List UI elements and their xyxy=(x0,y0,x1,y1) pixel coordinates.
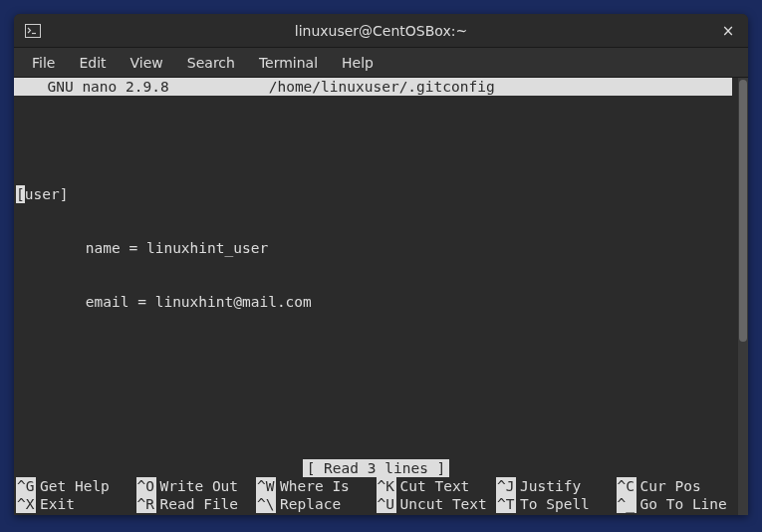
menu-view[interactable]: View xyxy=(121,51,173,75)
shortcut-exit: ^XExit xyxy=(16,495,136,513)
nano-status: [ Read 3 lines ] xyxy=(14,459,738,477)
nano-version: GNU nano 2.9.8 xyxy=(20,78,169,96)
svg-rect-0 xyxy=(26,24,41,37)
shortcut-cut-text: ^KCut Text xyxy=(377,477,497,495)
editor-blank-line xyxy=(16,132,736,149)
shortcut-replace: ^\Replace xyxy=(256,495,377,513)
nano-shortcuts: ^GGet Help ^OWrite Out ^WWhere Is ^KCut … xyxy=(14,477,738,515)
close-icon[interactable]: × xyxy=(718,21,738,41)
terminal-area[interactable]: GNU nano 2.9.8 /home/linuxuser/.gitconfi… xyxy=(14,78,748,515)
nano-header: GNU nano 2.9.8 /home/linuxuser/.gitconfi… xyxy=(14,78,732,96)
shortcut-cur-pos: ^CCur Pos xyxy=(617,477,737,495)
menu-edit[interactable]: Edit xyxy=(69,51,116,75)
shortcut-go-to-line: ^_Go To Line xyxy=(617,495,737,513)
menu-search[interactable]: Search xyxy=(177,51,245,75)
titlebar[interactable]: linuxuser@CentOSBox:~ × xyxy=(14,14,748,48)
shortcut-where-is: ^WWhere Is xyxy=(256,477,377,495)
editor-line-1: [user] xyxy=(16,185,736,203)
cursor: [ xyxy=(16,185,25,203)
shortcut-justify: ^JJustify xyxy=(496,477,617,495)
nano-filepath: /home/linuxuser/.gitconfig xyxy=(169,78,726,96)
terminal-icon xyxy=(24,22,42,40)
shortcut-write-out: ^OWrite Out xyxy=(136,477,257,495)
terminal-window: linuxuser@CentOSBox:~ × File Edit View S… xyxy=(14,14,748,515)
menubar: File Edit View Search Terminal Help xyxy=(14,48,748,78)
shortcut-get-help: ^GGet Help xyxy=(16,477,136,495)
shortcut-to-spell: ^TTo Spell xyxy=(496,495,617,513)
nano-status-text: [ Read 3 lines ] xyxy=(303,459,450,477)
shortcut-read-file: ^RRead File xyxy=(136,495,257,513)
editor-line-3: email = linuxhint@mail.com xyxy=(16,293,736,311)
scrollbar-thumb[interactable] xyxy=(739,80,747,342)
scrollbar[interactable] xyxy=(738,78,748,515)
menu-help[interactable]: Help xyxy=(332,51,383,75)
editor-body[interactable]: [user] name = linuxhint_user email = lin… xyxy=(14,96,738,347)
shortcut-uncut-text: ^UUncut Text xyxy=(377,495,497,513)
menu-terminal[interactable]: Terminal xyxy=(249,51,328,75)
editor-line-2: name = linuxhint_user xyxy=(16,239,736,257)
window-title: linuxuser@CentOSBox:~ xyxy=(14,23,748,39)
editor-text: user] xyxy=(25,186,69,202)
menu-file[interactable]: File xyxy=(22,51,65,75)
